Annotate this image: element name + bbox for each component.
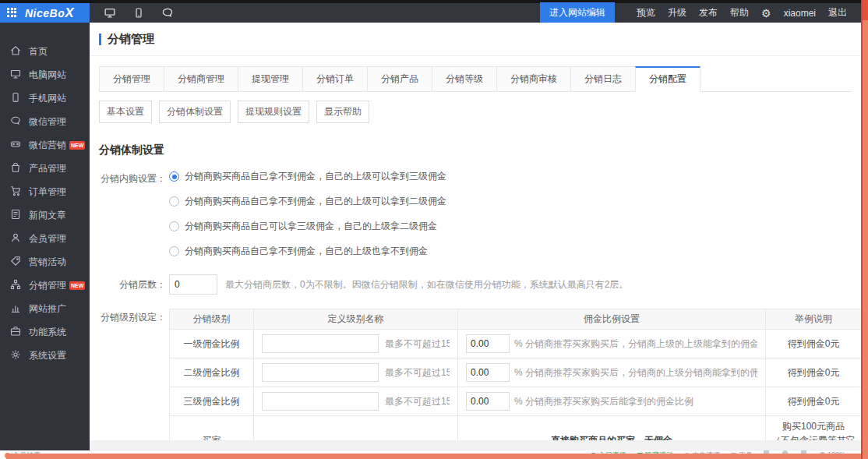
help-link[interactable]: 帮助 bbox=[730, 6, 749, 19]
settings-gear-icon[interactable]: ⚙ bbox=[761, 7, 771, 19]
tab-distribution-manage[interactable]: 分销管理 bbox=[99, 66, 164, 91]
tab-distribution-orders[interactable]: 分销订单 bbox=[302, 66, 368, 91]
sidebar-item-wechat-manage[interactable]: 微信管理 bbox=[0, 110, 90, 133]
sidebar-item-pc-site[interactable]: 电脑网站 bbox=[0, 63, 90, 87]
show-help-button[interactable]: 显示帮助 bbox=[316, 101, 369, 123]
level1-rate-input[interactable] bbox=[466, 334, 510, 353]
level-cell: 二级佣金比例 bbox=[170, 358, 254, 387]
table-header-row: 分销级别 定义级别名称 佣金比例设置 举例说明 bbox=[170, 309, 862, 330]
radio-unselected-icon[interactable] bbox=[169, 246, 179, 256]
tab-distributor-manage[interactable]: 分销商管理 bbox=[164, 66, 238, 91]
desktop-preview-icon[interactable] bbox=[104, 7, 116, 19]
level-table-row: 分销级别设定： 分销级别 定义级别名称 佣金比例设置 举例说明 一级佣金比例 最… bbox=[99, 309, 861, 450]
gear-icon bbox=[10, 349, 29, 362]
rate-hint: % 分销商推荐买家购买后，分销商上级的上级能拿到的佣金比例 bbox=[514, 337, 757, 351]
example-cell: 得到佣金0元 bbox=[766, 387, 862, 416]
top-bar: NiceBoX 进入网站编辑 预览 升级 发布 帮助 ⚙ xiaomei 退出 bbox=[0, 3, 861, 23]
publish-link[interactable]: 发布 bbox=[699, 6, 718, 19]
system-settings-button[interactable]: 分销体制设置 bbox=[159, 101, 231, 123]
radio-option-3[interactable]: 分销商购买商品自己可以拿三级佣金，自己的上级拿二级佣金 bbox=[169, 220, 446, 233]
radio-option-4[interactable]: 分销商购买商品自己拿不到佣金，自己的上级也拿不到佣金 bbox=[169, 245, 446, 258]
name-hint: 最多不可超过15个字 bbox=[385, 395, 450, 408]
sidebar-item-site-promotion[interactable]: 网站推广 bbox=[0, 297, 90, 320]
radio-unselected-icon[interactable] bbox=[169, 196, 179, 207]
news-icon bbox=[10, 209, 29, 222]
sidebar-item-function-system[interactable]: 功能系统 bbox=[0, 320, 90, 344]
home-icon bbox=[10, 45, 29, 58]
tab-distribution-logs[interactable]: 分销日志 bbox=[570, 66, 636, 91]
level2-name-input[interactable] bbox=[262, 363, 379, 382]
sidebar-item-member-manage[interactable]: 会员管理 bbox=[0, 227, 90, 250]
tab-distributor-review[interactable]: 分销商审核 bbox=[496, 66, 571, 91]
levels-row: 分销层数： 最大分销商层数，0为不限制。因微信分销限制，如在微信使用分销功能，系… bbox=[99, 274, 861, 295]
levels-input[interactable] bbox=[169, 274, 217, 295]
new-badge: NEW bbox=[69, 141, 85, 150]
logo-block[interactable]: NiceBoX bbox=[0, 3, 90, 23]
example-cell: 得到佣金0元 bbox=[766, 330, 862, 358]
sidebar-item-news[interactable]: 新闻文章 bbox=[0, 203, 90, 227]
sidebar-item-home[interactable]: 首页 bbox=[0, 40, 90, 63]
radio-unselected-icon[interactable] bbox=[169, 221, 179, 231]
sidebar-item-product-manage[interactable]: 产品管理 bbox=[0, 157, 90, 180]
screen: NiceBoX 进入网站编辑 预览 升级 发布 帮助 ⚙ xiaomei 退出 bbox=[0, 0, 868, 459]
mobile-preview-icon[interactable] bbox=[133, 7, 144, 19]
background-window-edge bbox=[861, 0, 868, 459]
rate-hint: % 分销商推荐买家购买后，分销商的上级分销商能拿到的佣金比例 bbox=[514, 366, 757, 380]
sitemap-icon bbox=[10, 279, 29, 292]
tab-distribution-products[interactable]: 分销产品 bbox=[367, 66, 432, 91]
upgrade-link[interactable]: 升级 bbox=[668, 6, 686, 19]
sidebar-item-mobile-site[interactable]: 手机网站 bbox=[0, 87, 90, 110]
table-row-level2: 二级佣金比例 最多不可超过15个字 % 分销商推荐买家购买后，分销商的上级分销商… bbox=[170, 358, 862, 387]
wechat-icon bbox=[10, 115, 29, 129]
level3-rate-input[interactable] bbox=[466, 392, 510, 411]
device-preview-icons bbox=[90, 3, 174, 23]
level-cell: 三级佣金比例 bbox=[170, 387, 254, 416]
briefcase-icon bbox=[10, 326, 29, 339]
page-title-row: 分销管理 bbox=[90, 23, 861, 55]
example-cell: 得到佣金0元 bbox=[766, 358, 862, 387]
sidebar-item-system-settings[interactable]: 系统设置 bbox=[0, 344, 90, 367]
divider bbox=[90, 55, 861, 56]
logout-link[interactable]: 退出 bbox=[828, 6, 847, 19]
sidebar-item-order-manage[interactable]: 订单管理 bbox=[0, 180, 90, 203]
level2-rate-input[interactable] bbox=[466, 363, 510, 382]
radio-option-1[interactable]: 分销商购买商品自己拿不到佣金，自己的上级可以拿到三级佣金 bbox=[169, 170, 446, 183]
level-cell: 一级佣金比例 bbox=[170, 330, 254, 358]
enter-site-editor-button[interactable]: 进入网站编辑 bbox=[540, 2, 615, 23]
next-section-header-band bbox=[90, 440, 861, 450]
commission-level-table: 分销级别 定义级别名称 佣金比例设置 举例说明 一级佣金比例 最多不可超过15个… bbox=[169, 309, 861, 450]
section-heading-system: 分销体制设置 bbox=[99, 143, 861, 157]
tab-withdraw-manage[interactable]: 提现管理 bbox=[238, 66, 303, 91]
name-hint: 最多不可超过15个字 bbox=[385, 337, 450, 351]
top-bar-actions: 进入网站编辑 预览 升级 发布 帮助 ⚙ xiaomei 退出 bbox=[540, 3, 861, 23]
inner-purchase-label: 分销内购设置： bbox=[99, 170, 166, 270]
tab-distribution-levels[interactable]: 分销等级 bbox=[432, 66, 497, 91]
app-grid-icon[interactable] bbox=[7, 8, 18, 19]
inner-purchase-row: 分销内购设置： 分销商购买商品自己拿不到佣金，自己的上级可以拿到三级佣金 分销商… bbox=[99, 170, 861, 270]
level1-name-input[interactable] bbox=[262, 334, 379, 353]
table-row-level3: 三级佣金比例 最多不可超过15个字 % 分销商推荐买家购买后能拿到的佣金比例 得… bbox=[170, 387, 862, 416]
new-badge: NEW bbox=[69, 281, 85, 290]
desktop-icon bbox=[10, 69, 29, 82]
basic-settings-button[interactable]: 基本设置 bbox=[99, 101, 152, 123]
tab-distribution-config[interactable]: 分销配置 bbox=[635, 66, 700, 92]
sidebar-nav: 首页 电脑网站 手机网站 微信管理 微信营销 NEW 产品管理 订单管理 bbox=[0, 23, 90, 450]
radio-selected-icon[interactable] bbox=[169, 171, 179, 182]
cart-icon bbox=[10, 185, 29, 199]
tab-bar: 分销管理 分销商管理 提现管理 分销订单 分销产品 分销等级 分销商审核 分销日… bbox=[99, 66, 852, 92]
title-accent-bar bbox=[99, 34, 101, 45]
brand-logo: NiceBoX bbox=[25, 5, 74, 21]
rate-hint: % 分销商推荐买家购买后能拿到的佣金比例 bbox=[514, 395, 693, 408]
username-label[interactable]: xiaomei bbox=[784, 8, 816, 19]
sub-button-row: 基本设置 分销体制设置 提现规则设置 显示帮助 bbox=[99, 101, 852, 123]
wechat-preview-icon[interactable] bbox=[161, 7, 174, 19]
sidebar-item-marketing-activity[interactable]: 营销活动 bbox=[0, 250, 90, 274]
tag-icon bbox=[10, 256, 29, 269]
sidebar-item-distribution-manage[interactable]: 分销管理 NEW bbox=[0, 274, 90, 297]
preview-link[interactable]: 预览 bbox=[637, 6, 655, 19]
page-title: 分销管理 bbox=[108, 32, 154, 47]
radio-option-2[interactable]: 分销商购买商品自己拿不到佣金，自己的上级可以拿到二级佣金 bbox=[169, 195, 446, 208]
sidebar-item-wechat-marketing[interactable]: 微信营销 NEW bbox=[0, 133, 90, 157]
withdraw-rules-button[interactable]: 提现规则设置 bbox=[238, 101, 309, 123]
level3-name-input[interactable] bbox=[262, 392, 379, 411]
